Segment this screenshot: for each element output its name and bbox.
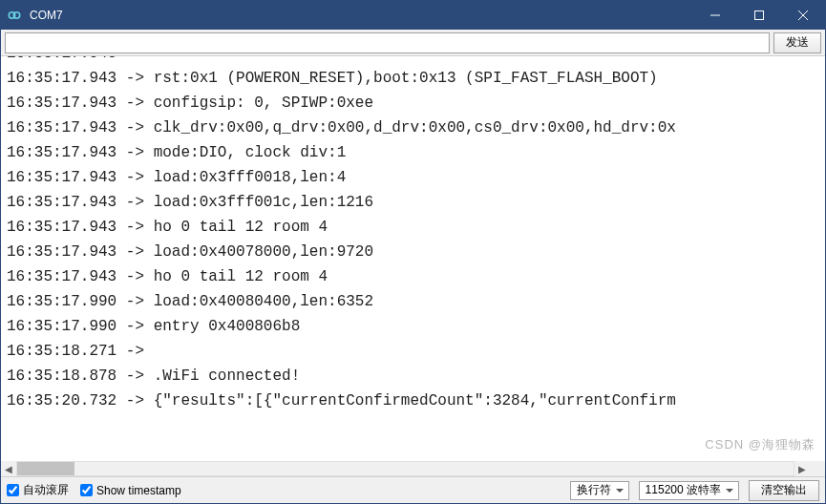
autoscroll-checkbox[interactable]: 自动滚屏 [7,482,69,498]
send-button[interactable]: 发送 [773,32,821,53]
send-input[interactable] [5,32,770,53]
autoscroll-label: 自动滚屏 [23,482,69,498]
scroll-track[interactable] [16,461,794,476]
serial-monitor-window: COM7 发送 16:35:17.943 -> 16:35:17.943 -> … [0,0,826,504]
scroll-corner [810,461,825,476]
timestamp-checkbox[interactable]: Show timestamp [80,484,181,497]
timestamp-label: Show timestamp [96,484,181,497]
status-bar: 自动滚屏 Show timestamp 换行符 115200 波特率 清空输出 [1,476,825,503]
window-controls [693,1,825,30]
timestamp-input[interactable] [80,484,93,496]
scroll-left-icon[interactable]: ◀ [1,461,16,476]
send-toolbar: 发送 [1,30,825,56]
horizontal-scrollbar[interactable]: ◀ ▶ [1,461,810,476]
svg-rect-3 [755,11,764,20]
scroll-thumb[interactable] [17,462,74,475]
output-area: 16:35:17.943 -> 16:35:17.943 -> rst:0x1 … [1,56,825,476]
line-ending-select[interactable]: 换行符 [570,481,629,500]
maximize-button[interactable] [737,1,781,30]
minimize-button[interactable] [693,1,737,30]
baud-rate-select[interactable]: 115200 波特率 [639,481,739,500]
serial-output[interactable]: 16:35:17.943 -> 16:35:17.943 -> rst:0x1 … [1,56,825,461]
autoscroll-input[interactable] [7,484,19,496]
scroll-right-icon[interactable]: ▶ [794,461,810,476]
app-icon [1,9,28,22]
titlebar[interactable]: COM7 [1,1,825,30]
window-title: COM7 [28,9,693,22]
clear-output-button[interactable]: 清空输出 [749,480,819,501]
close-button[interactable] [781,1,825,30]
